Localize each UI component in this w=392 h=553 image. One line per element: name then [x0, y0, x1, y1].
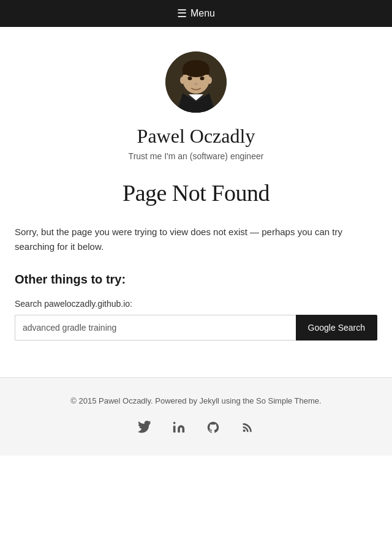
search-row: Google Search [15, 315, 377, 340]
main-content: Pawel Oczadly Trust me I'm an (software)… [0, 27, 392, 340]
site-title: Pawel Oczadly [15, 125, 377, 148]
footer-copyright: © 2015 Pawel Oczadly. Powered by Jekyll … [15, 396, 377, 405]
svg-point-8 [194, 83, 198, 85]
social-icons [15, 418, 377, 437]
svg-point-6 [188, 77, 192, 80]
menu-button[interactable]: ☰ Menu [177, 7, 215, 20]
navbar: ☰ Menu [0, 0, 392, 27]
footer: © 2015 Pawel Oczadly. Powered by Jekyll … [0, 377, 392, 456]
svg-point-4 [180, 77, 185, 84]
svg-point-11 [243, 429, 246, 432]
github-icon [206, 421, 220, 434]
other-things-section: Other things to try: Search paweloczadly… [15, 273, 377, 340]
search-input[interactable] [15, 315, 296, 340]
other-things-title: Other things to try: [15, 273, 377, 287]
search-label: Search paweloczadly.github.io: [15, 299, 377, 309]
avatar-container [15, 51, 377, 113]
github-link[interactable] [203, 418, 223, 437]
svg-rect-3 [183, 69, 209, 75]
page-not-found-title: Page Not Found [15, 179, 377, 206]
svg-point-10 [173, 422, 176, 424]
avatar [165, 51, 227, 113]
linkedin-link[interactable] [169, 418, 189, 437]
svg-point-7 [200, 77, 205, 80]
site-subtitle: Trust me I'm an (software) engineer [15, 151, 377, 161]
svg-point-5 [207, 77, 212, 84]
twitter-link[interactable] [135, 418, 154, 437]
hamburger-icon: ☰ [177, 7, 187, 20]
menu-label: Menu [190, 8, 215, 19]
rss-icon [241, 421, 254, 434]
google-search-button[interactable]: Google Search [296, 315, 377, 340]
linkedin-icon [172, 421, 186, 434]
error-message: Sorry, but the page you were trying to v… [15, 225, 377, 254]
rss-link[interactable] [238, 418, 257, 437]
twitter-icon [138, 421, 151, 434]
